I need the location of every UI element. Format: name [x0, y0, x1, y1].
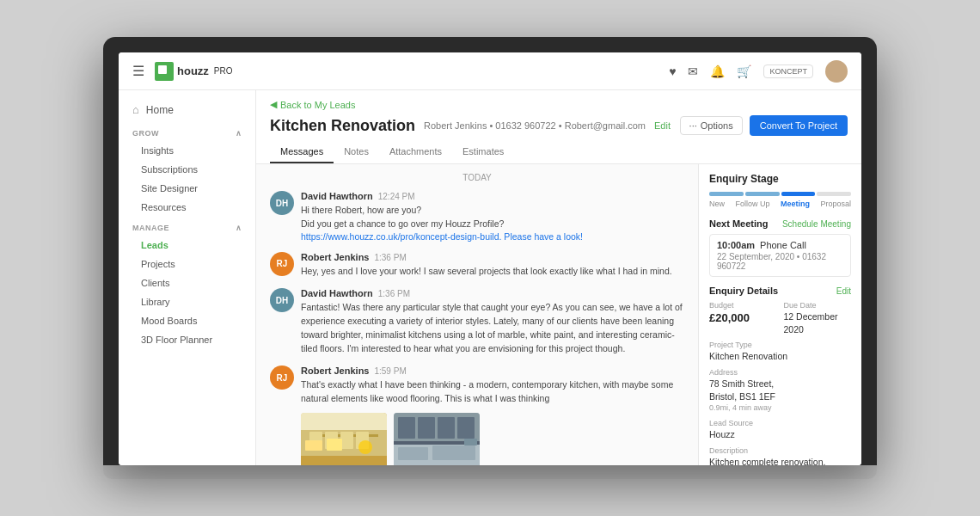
- message-icon[interactable]: ✉: [688, 64, 698, 78]
- svg-rect-20: [432, 445, 475, 460]
- tab-estimates[interactable]: Estimates: [452, 141, 514, 163]
- sidebar-item-site-designer[interactable]: Site Designer: [119, 179, 255, 198]
- budget-field: Budget £20,000: [709, 301, 777, 335]
- avatar-rj-2: RJ: [270, 366, 294, 390]
- lead-actions: ··· Options Convert To Project: [680, 115, 848, 136]
- msg-link-1[interactable]: https://www.houzz.co.uk/pro/koncept-desi…: [301, 231, 684, 242]
- main-layout: ⌂ Home GROW ∧ Insights Subscriptions Sit…: [119, 90, 861, 465]
- back-link-text: Back to My Leads: [280, 100, 355, 110]
- svg-rect-21: [464, 439, 477, 445]
- lower-content: TODAY DH David Hawthorn 12:24 PM Hi ther: [256, 164, 861, 465]
- message-content-3: David Hawthorn 1:36 PM Fantastic! Was th…: [301, 288, 684, 355]
- back-link[interactable]: ◀ Back to My Leads: [270, 99, 848, 110]
- manage-chevron[interactable]: ∧: [236, 224, 242, 232]
- msg-header-1: David Hawthorn 12:24 PM: [301, 191, 684, 201]
- sidebar-item-insights[interactable]: Insights: [119, 141, 255, 160]
- houzz-brand-text: houzz: [177, 64, 209, 77]
- grow-chevron[interactable]: ∧: [236, 129, 242, 138]
- distance-value: 0.9mi, 4 min away: [709, 402, 851, 414]
- message-row: DH David Hawthorn 1:36 PM Fantastic! Was…: [270, 288, 684, 355]
- msg-text-3: Fantastic! Was there any particular styl…: [301, 301, 684, 355]
- lead-edit-link[interactable]: Edit: [654, 120, 671, 131]
- nav-icons: ♥ ✉ 🔔 🛒 KONCEPT: [669, 60, 848, 83]
- lead-source-label: Lead Source: [709, 419, 851, 427]
- svg-rect-14: [398, 417, 415, 439]
- avatar-rj-1: RJ: [270, 252, 294, 276]
- svg-rect-16: [438, 417, 455, 439]
- sidebar-section-grow: GROW ∧: [119, 122, 255, 141]
- meeting-type: Phone Call: [760, 240, 806, 250]
- avatar[interactable]: [825, 60, 848, 83]
- stage-label-meeting: Meeting: [781, 200, 810, 208]
- options-button[interactable]: ··· Options: [680, 116, 743, 135]
- svg-rect-15: [418, 417, 435, 439]
- svg-rect-17: [457, 417, 475, 439]
- manage-label: MANAGE: [132, 224, 169, 232]
- brand-badge-text: KONCEPT: [769, 67, 807, 76]
- houzz-pro-label: PRO: [214, 66, 233, 76]
- meeting-card: 10:00am Phone Call 22 September, 2020 • …: [709, 234, 851, 277]
- msg-time-1: 12:24 PM: [378, 192, 415, 201]
- enquiry-edit-link[interactable]: Edit: [836, 286, 851, 296]
- svg-rect-8: [305, 440, 322, 451]
- convert-to-project-button[interactable]: Convert To Project: [750, 115, 848, 136]
- meeting-time-row: 10:00am Phone Call: [717, 240, 843, 250]
- kitchen-image-1: [301, 413, 387, 465]
- cart-icon[interactable]: 🛒: [737, 64, 751, 78]
- stage-labels: New Follow Up Meeting Proposal: [709, 200, 851, 208]
- sidebar-item-leads[interactable]: Leads: [119, 236, 255, 255]
- messages-panel: TODAY DH David Hawthorn 12:24 PM Hi ther: [256, 164, 698, 465]
- description-label: Description: [709, 446, 851, 455]
- home-icon: ⌂: [132, 103, 139, 116]
- sidebar-item-library[interactable]: Library: [119, 292, 255, 311]
- kitchen-image-2: [394, 413, 480, 465]
- sidebar-item-3d-floor-planner[interactable]: 3D Floor Planner: [119, 330, 255, 349]
- tab-notes[interactable]: Notes: [334, 141, 379, 163]
- grow-label: GROW: [132, 129, 159, 138]
- due-date-label: Due Date: [784, 301, 852, 310]
- options-label: Options: [701, 120, 733, 131]
- tab-messages[interactable]: Messages: [270, 141, 334, 163]
- sidebar-item-clients[interactable]: Clients: [119, 273, 255, 292]
- msg-time-2: 1:36 PM: [374, 253, 406, 262]
- address-field: Address 78 Smith Street,Bristol, BS1 1EF…: [709, 368, 851, 414]
- top-nav: ☰ houzz PRO ♥ ✉ 🔔 🛒 KONCEPT: [119, 52, 861, 90]
- lead-source-value: Houzz: [709, 428, 851, 441]
- project-type-value: Kitchen Renovation: [709, 350, 851, 363]
- heart-icon[interactable]: ♥: [669, 64, 676, 78]
- schedule-meeting-link[interactable]: Schedule Meeting: [782, 219, 851, 229]
- msg-header-4: Robert Jenkins 1:59 PM: [301, 366, 684, 376]
- sidebar-item-projects[interactable]: Projects: [119, 255, 255, 273]
- stage-seg-followup: [745, 192, 780, 196]
- msg-text-4: That's exactly what I have been thinking…: [301, 378, 684, 406]
- back-arrow-icon: ◀: [270, 99, 277, 110]
- bell-icon[interactable]: 🔔: [710, 64, 725, 78]
- sidebar-item-mood-boards[interactable]: Mood Boards: [119, 311, 255, 330]
- next-meeting-header: Next Meeting Schedule Meeting: [709, 218, 851, 229]
- tab-attachments[interactable]: Attachments: [379, 141, 452, 163]
- msg-sender-4: Robert Jenkins: [301, 366, 369, 376]
- stage-seg-new: [709, 192, 744, 196]
- avatar-dh-2: DH: [270, 288, 294, 312]
- sidebar-section-manage: MANAGE ∧: [119, 217, 255, 236]
- sidebar-item-subscriptions[interactable]: Subscriptions: [119, 160, 255, 179]
- brand-badge: KONCEPT: [763, 64, 813, 78]
- options-dots-icon: ···: [689, 120, 697, 131]
- svg-rect-19: [398, 447, 428, 460]
- due-date-field: Due Date 12 December 2020: [784, 301, 852, 335]
- sidebar-item-resources[interactable]: Resources: [119, 198, 255, 217]
- hamburger-icon[interactable]: ☰: [132, 63, 144, 79]
- sidebar-home-label: Home: [146, 104, 174, 116]
- lead-source-field: Lead Source Houzz: [709, 419, 851, 441]
- description-field: Description Kitchen complete renovation.…: [709, 446, 851, 465]
- msg-text-1: Hi there Robert, how are you?Did you get…: [301, 204, 684, 231]
- project-type-field: Project Type Kitchen Renovation: [709, 341, 851, 363]
- stage-label-proposal: Proposal: [820, 200, 851, 208]
- sidebar-item-home[interactable]: ⌂ Home: [119, 97, 255, 122]
- messages-date: TODAY: [270, 173, 684, 182]
- enquiry-sidebar: Enquiry Stage New Follow Up Meeting: [698, 164, 861, 465]
- svg-rect-5: [340, 432, 353, 449]
- description-value: Kitchen complete renovation.171 Sq.feet: [709, 456, 851, 465]
- svg-rect-7: [301, 456, 387, 465]
- msg-header-2: Robert Jenkins 1:36 PM: [301, 252, 684, 262]
